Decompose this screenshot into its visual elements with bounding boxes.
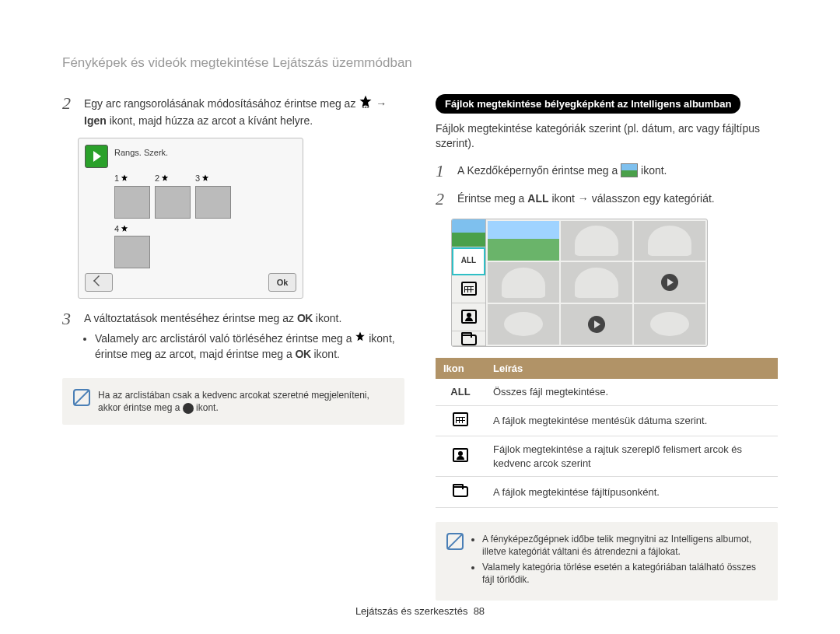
step-number-1: 1 xyxy=(436,162,450,180)
star-icon xyxy=(161,174,169,182)
cell-icon-all: ALL xyxy=(436,379,485,405)
sidebar-item-all[interactable]: ALL xyxy=(452,247,485,275)
calendar-icon xyxy=(461,282,477,296)
step-number-2: 2 xyxy=(62,94,76,128)
left-step-3: 3 A változtatások mentéséhez érintse meg… xyxy=(62,310,404,363)
note-right-2: Valamely kategória törlése esetén a kate… xyxy=(482,561,767,586)
svg-text:123: 123 xyxy=(362,104,369,109)
note-left-a: Ha az arclistában csak a kedvenc arcokat… xyxy=(98,390,369,413)
camera-screen-faces: Rangs. Szerk. 1 2 3 xyxy=(78,138,303,299)
ok-button[interactable]: Ok xyxy=(268,273,296,292)
all-label: ALL xyxy=(527,192,548,205)
camera-screen-header: Rangs. Szerk. xyxy=(85,145,296,168)
cell-desc-all: Összes fájl megtekintése. xyxy=(485,379,778,405)
rangs-label: Rangs. xyxy=(114,148,142,157)
face-thumb-1[interactable] xyxy=(114,186,150,219)
sidebar-item-photo[interactable] xyxy=(452,219,485,247)
r-step1-a: A Kezdőképernyőn érintse meg a xyxy=(457,164,618,177)
footer-section: Lejátszás és szerkesztés xyxy=(355,605,468,617)
left-step-2: 2 Egy arc rangsorolásának módosításához … xyxy=(62,94,404,128)
note-left-b: ikont. xyxy=(196,402,219,413)
svg-marker-5 xyxy=(121,225,128,231)
face-rank-2: 2 xyxy=(155,173,159,184)
step3-text-a: A változtatások mentéséhez érintse meg a… xyxy=(84,312,294,324)
grid-thumb-video[interactable] xyxy=(634,262,705,303)
cell-icon-cal xyxy=(436,405,485,436)
thumb-row-2: 4 xyxy=(85,223,296,269)
photo-icon xyxy=(621,163,638,177)
bullet1-c: ikont. xyxy=(313,348,339,360)
page-footer: Lejátszás és szerkesztés 88 xyxy=(62,604,778,618)
face-thumb-3[interactable] xyxy=(195,186,231,219)
svg-marker-3 xyxy=(162,175,168,181)
r-step1-b: ikont. xyxy=(641,164,667,177)
star123-icon: 123 xyxy=(359,95,373,113)
right-step-2: 2 Érintse meg a ALL ikont → válasszon eg… xyxy=(436,190,778,208)
note-icon xyxy=(73,389,90,406)
face-icon xyxy=(461,310,477,324)
left-column: 2 Egy arc rangsorolásának módosításához … xyxy=(62,94,404,605)
content-columns: 2 Egy arc rangsorolásának módosításához … xyxy=(62,94,778,605)
back-button[interactable] xyxy=(85,273,113,292)
grid-thumb[interactable] xyxy=(634,221,705,261)
cell-icon-folder xyxy=(436,477,485,508)
grid-thumb[interactable] xyxy=(561,221,632,261)
right-step1-body: A Kezdőképernyőn érintse meg a ikont. xyxy=(457,162,778,180)
step-2-body: Egy arc rangsorolásának módosításához ér… xyxy=(84,94,404,128)
sidebar-item-face[interactable] xyxy=(452,303,485,331)
grid-thumb[interactable] xyxy=(561,262,632,303)
note-box-left: Ha az arclistában csak a kedvenc arcokat… xyxy=(62,378,404,425)
page-title: Fényképek és videók megtekintése Lejátsz… xyxy=(62,54,778,72)
folder-icon xyxy=(453,486,468,497)
arrow: → xyxy=(376,97,387,110)
favorite-on-icon xyxy=(183,403,194,414)
svg-marker-6 xyxy=(355,332,365,342)
cell-desc-face: Fájlok megtekintése a rajtuk szereplő fe… xyxy=(485,436,778,477)
section-pill: Fájlok megtekintése bélyegképként az Int… xyxy=(436,94,740,114)
step2-text-a: Egy arc rangsorolásának módosításához ér… xyxy=(84,97,355,110)
sidebar-item-calendar[interactable] xyxy=(452,275,485,303)
grid-thumb[interactable] xyxy=(488,221,559,261)
folder-icon xyxy=(461,335,477,345)
r-step2-b: ikont → válasszon egy kategóriát. xyxy=(551,192,714,205)
svg-marker-2 xyxy=(121,175,128,181)
cell-desc-cal: A fájlok megtekintése mentésük dátuma sz… xyxy=(485,405,778,436)
album-screen: ALL xyxy=(451,219,708,347)
grid-thumb-video[interactable] xyxy=(561,304,632,345)
right-step-1: 1 A Kezdőképernyőn érintse meg a ikont. xyxy=(436,162,778,180)
grid-thumb[interactable] xyxy=(488,262,559,303)
face-thumb-2[interactable] xyxy=(155,186,191,219)
camera-screen-footer: Ok xyxy=(85,273,296,292)
face-icon xyxy=(453,448,468,462)
note-right-1: A fényképezőgépnek időbe telik megnyitni… xyxy=(482,533,767,558)
table-row: ALL Összes fájl megtekintése. xyxy=(436,379,778,405)
face-rank-1: 1 xyxy=(114,173,119,184)
face-rank-4: 4 xyxy=(114,223,119,235)
th-icon: Ikon xyxy=(436,358,485,380)
face-thumb-4[interactable] xyxy=(114,236,150,268)
svg-marker-4 xyxy=(202,175,208,181)
cell-icon-face xyxy=(436,436,485,477)
step2-text-c: ikont, majd húzza az arcot a kívánt hely… xyxy=(110,114,313,127)
note-box-right: A fényképezőgépnek időbe telik megnyitni… xyxy=(436,522,778,601)
icon-table: Ikon Leírás ALL Összes fájl megtekintése… xyxy=(436,358,778,508)
album-grid xyxy=(486,219,707,346)
grid-thumb[interactable] xyxy=(488,304,559,345)
step3-bullets: Valamely arc arclistáról való törléséhez… xyxy=(84,331,404,362)
footer-page: 88 xyxy=(474,605,485,617)
play-icon xyxy=(85,145,108,168)
star-icon xyxy=(355,331,366,346)
table-row: A fájlok megtekintése mentésük dátuma sz… xyxy=(436,405,778,436)
star-icon xyxy=(201,174,209,182)
face-rank-3: 3 xyxy=(195,173,200,184)
sidebar-item-folder[interactable] xyxy=(452,331,485,346)
calendar-icon xyxy=(453,412,468,426)
right-step2-body: Érintse meg a ALL ikont → válasszon egy … xyxy=(457,190,778,208)
thumb-row-1: 1 2 3 xyxy=(85,173,296,219)
note-icon xyxy=(446,533,464,550)
r-step2-a: Érintse meg a xyxy=(457,192,524,205)
album-sidebar: ALL xyxy=(452,219,486,346)
right-column: Fájlok megtekintése bélyegképként az Int… xyxy=(436,94,778,605)
grid-thumb[interactable] xyxy=(634,304,705,345)
ok-icon: OK xyxy=(296,347,311,362)
